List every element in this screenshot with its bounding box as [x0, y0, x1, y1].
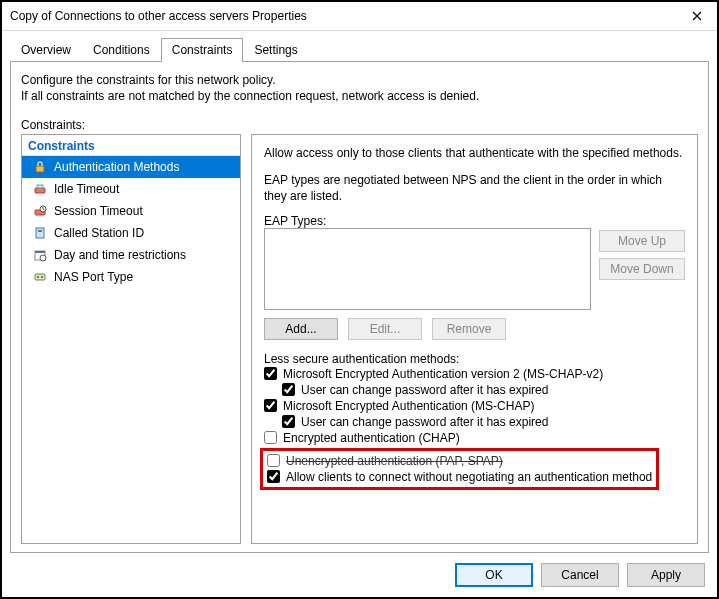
- item-label: Authentication Methods: [54, 160, 179, 174]
- constraints-list[interactable]: Constraints Authentication Methods Idle …: [21, 134, 241, 544]
- tab-constraints[interactable]: Constraints: [161, 38, 244, 62]
- check-mschapv2-expire[interactable]: User can change password after it has ex…: [282, 382, 685, 398]
- move-up-button[interactable]: Move Up: [599, 230, 685, 252]
- svg-rect-1: [35, 188, 45, 193]
- add-button[interactable]: Add...: [264, 318, 338, 340]
- ok-button[interactable]: OK: [455, 563, 533, 587]
- cancel-button[interactable]: Cancel: [541, 563, 619, 587]
- window-title: Copy of Connections to other access serv…: [10, 9, 307, 23]
- check-mschap-expire-box[interactable]: [282, 415, 295, 428]
- svg-rect-8: [35, 251, 45, 253]
- item-session-timeout[interactable]: Session Timeout: [22, 200, 240, 222]
- check-mschapv2-expire-box[interactable]: [282, 383, 295, 396]
- check-chap[interactable]: Encrypted authentication (CHAP): [264, 430, 685, 446]
- intro-line1: Configure the constraints for this netwo…: [21, 72, 698, 88]
- svg-rect-6: [38, 230, 42, 232]
- check-mschap-label: Microsoft Encrypted Authentication (MS-C…: [283, 399, 534, 413]
- check-pap-label: Unencrypted authentication (PAP, SPAP): [286, 454, 503, 468]
- svg-rect-12: [41, 276, 43, 278]
- check-mschap-expire-label: User can change password after it has ex…: [301, 415, 548, 429]
- tab-conditions[interactable]: Conditions: [82, 38, 161, 62]
- check-allow-no-auth[interactable]: Allow clients to connect without negotia…: [267, 469, 652, 485]
- highlighted-region: Unencrypted authentication (PAP, SPAP) A…: [260, 448, 659, 490]
- svg-point-9: [40, 255, 46, 261]
- tab-panel: Configure the constraints for this netwo…: [10, 61, 709, 553]
- svg-rect-0: [36, 166, 44, 172]
- check-mschapv2-expire-label: User can change password after it has ex…: [301, 383, 548, 397]
- edit-button[interactable]: Edit...: [348, 318, 422, 340]
- session-icon: [32, 203, 48, 219]
- item-called-station-id[interactable]: Called Station ID: [22, 222, 240, 244]
- check-chap-box[interactable]: [264, 431, 277, 444]
- tab-overview[interactable]: Overview: [10, 38, 82, 62]
- tab-settings[interactable]: Settings: [243, 38, 308, 62]
- intro-line2: If all constraints are not matched by th…: [21, 88, 698, 104]
- lock-icon: [32, 159, 48, 175]
- check-mschap-box[interactable]: [264, 399, 277, 412]
- port-icon: [32, 269, 48, 285]
- check-allow-no-auth-label: Allow clients to connect without negotia…: [286, 470, 652, 484]
- move-down-button[interactable]: Move Down: [599, 258, 685, 280]
- svg-rect-11: [37, 276, 39, 278]
- check-mschap-expire[interactable]: User can change password after it has ex…: [282, 414, 685, 430]
- apply-button[interactable]: Apply: [627, 563, 705, 587]
- panel-description: Allow access only to those clients that …: [264, 145, 685, 161]
- item-authentication-methods[interactable]: Authentication Methods: [22, 156, 240, 178]
- close-icon: [692, 11, 702, 21]
- check-mschapv2-label: Microsoft Encrypted Authentication versi…: [283, 367, 603, 381]
- less-secure-label: Less secure authentication methods:: [264, 352, 685, 366]
- titlebar: Copy of Connections to other access serv…: [2, 2, 717, 31]
- eap-types-label: EAP Types:: [264, 214, 685, 228]
- eap-types-list[interactable]: [264, 228, 591, 310]
- check-mschap[interactable]: Microsoft Encrypted Authentication (MS-C…: [264, 398, 685, 414]
- intro-text: Configure the constraints for this netwo…: [21, 72, 698, 104]
- check-chap-label: Encrypted authentication (CHAP): [283, 431, 460, 445]
- tab-strip: Overview Conditions Constraints Settings: [2, 31, 717, 61]
- svg-rect-2: [37, 185, 43, 188]
- remove-button[interactable]: Remove: [432, 318, 506, 340]
- constraints-label: Constraints:: [21, 118, 698, 132]
- close-button[interactable]: [683, 6, 711, 26]
- check-pap[interactable]: Unencrypted authentication (PAP, SPAP): [267, 453, 652, 469]
- calendar-icon: [32, 247, 48, 263]
- item-nas-port-type[interactable]: NAS Port Type: [22, 266, 240, 288]
- svg-rect-5: [36, 228, 44, 238]
- item-label: Idle Timeout: [54, 182, 119, 196]
- dialog-footer: OK Cancel Apply: [2, 553, 717, 597]
- item-label: Day and time restrictions: [54, 248, 186, 262]
- check-mschapv2[interactable]: Microsoft Encrypted Authentication versi…: [264, 366, 685, 382]
- item-label: Session Timeout: [54, 204, 143, 218]
- detail-panel: Allow access only to those clients that …: [251, 134, 698, 544]
- idle-icon: [32, 181, 48, 197]
- constraints-header: Constraints: [22, 135, 240, 156]
- eap-note: EAP types are negotiated between NPS and…: [264, 172, 685, 204]
- item-idle-timeout[interactable]: Idle Timeout: [22, 178, 240, 200]
- check-pap-box[interactable]: [267, 454, 280, 467]
- item-label: NAS Port Type: [54, 270, 133, 284]
- check-allow-no-auth-box[interactable]: [267, 470, 280, 483]
- check-mschapv2-box[interactable]: [264, 367, 277, 380]
- item-day-time-restrictions[interactable]: Day and time restrictions: [22, 244, 240, 266]
- item-label: Called Station ID: [54, 226, 144, 240]
- svg-rect-10: [35, 274, 45, 280]
- station-icon: [32, 225, 48, 241]
